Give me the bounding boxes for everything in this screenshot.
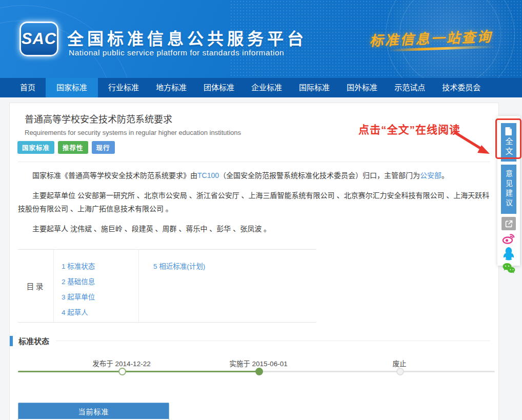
timeline-label-implemented: 实施于 2015-06-01 <box>229 358 287 368</box>
timeline-dot-published <box>118 368 126 375</box>
annotation-text: 点击“全文”在线阅读 <box>358 121 460 136</box>
tc100-link[interactable]: TC100 <box>197 171 219 179</box>
paragraph-drafting-units: 主要起草单位 公安部第一研究所 、北京市公安局 、浙江省公安厅 、上海三盾智能系… <box>18 189 490 215</box>
badge-current: 现行 <box>92 141 115 154</box>
toc-link-drafters[interactable]: 4 起草人 <box>62 307 138 317</box>
share-icon <box>505 219 513 228</box>
site-header: SAC 全国标准信息公共服务平台 National public service… <box>0 0 522 78</box>
timeline-dot-abolished <box>396 368 404 375</box>
toc-label: 目录 <box>18 250 54 322</box>
p1-text-middle: （全国安全防范报警系统标准化技术委员会）归口，主管部门为 <box>219 171 420 179</box>
timeline-label-published: 发布于 2014-12-22 <box>92 358 150 368</box>
badge-national-standard: 国家标准 <box>17 141 54 154</box>
title-divider <box>18 162 490 162</box>
feedback-button-label: 意见建议 <box>504 170 514 209</box>
nav-item-group-standards[interactable]: 团体标准 <box>197 78 241 97</box>
toc-link-basic-info[interactable]: 2 基础信息 <box>62 276 138 286</box>
nav-item-pilot-program[interactable]: 示范试点 <box>388 78 432 97</box>
wechat-icon <box>502 262 515 274</box>
toc-link-status[interactable]: 1 标准状态 <box>62 261 138 271</box>
weibo-icon <box>502 232 515 245</box>
badge-row: 国家标准 推荐性 现行 <box>17 141 490 154</box>
status-section-header: 标准状态 <box>10 335 490 346</box>
p1-text-after: 。 <box>441 171 449 179</box>
table-of-contents: 目录 1 标准状态 2 基础信息 3 起草单位 4 起草人 5 相近标准(计划) <box>18 249 316 323</box>
sac-logo-text: SAC <box>22 30 56 48</box>
paragraph-drafters: 主要起草人 沈伟斌 、施巨岭 、段建英 、周群 、蒋乐中 、彭华 、张凤波 。 <box>18 222 490 235</box>
nav-item-home[interactable]: 首页 <box>13 78 42 97</box>
toc-column-2: 5 相近标准(计划) <box>139 250 316 322</box>
share-button[interactable] <box>501 217 516 230</box>
dept-link[interactable]: 公安部 <box>420 171 441 179</box>
floating-sidebar: 全文 意见建议 <box>497 116 520 266</box>
main-nav: 首页 国家标准 行业标准 地方标准 团体标准 企业标准 国际标准 国外标准 示范… <box>0 78 522 97</box>
nav-item-national-standards[interactable]: 国家标准 <box>46 78 98 97</box>
feedback-button[interactable]: 意见建议 <box>501 165 516 214</box>
status-section-title: 标准状态 <box>18 335 49 346</box>
fulltext-button[interactable]: 全文 <box>501 123 516 162</box>
site-subtitle-en: National public service platform for sta… <box>69 48 284 57</box>
current-standard-card-header: 当前标准 <box>18 403 169 419</box>
p1-text-before: 国家标准《普通高等学校安全技术防范系统要求》由 <box>32 171 197 179</box>
weibo-share-button[interactable] <box>501 232 516 245</box>
fulltext-button-label: 全文 <box>504 137 514 157</box>
nav-item-enterprise-standards[interactable]: 企业标准 <box>245 78 289 97</box>
section-accent-bar <box>10 336 13 346</box>
toc-link-similar-standards[interactable]: 5 相近标准(计划) <box>153 261 316 271</box>
qq-share-button[interactable] <box>501 247 516 260</box>
nav-item-industry-standards[interactable]: 行业标准 <box>102 78 146 97</box>
qq-icon <box>503 247 515 261</box>
annotation-arrow-icon <box>454 129 497 160</box>
wechat-share-button[interactable] <box>501 262 516 275</box>
nav-item-foreign-standards[interactable]: 国外标准 <box>340 78 384 97</box>
toc-column-1: 1 标准状态 2 基础信息 3 起草单位 4 起草人 <box>54 250 139 322</box>
nav-item-international-standards[interactable]: 国际标准 <box>292 78 336 97</box>
document-icon <box>505 127 512 135</box>
timeline-progress <box>18 371 258 372</box>
content-panel: 普通高等学校安全技术防范系统要求 Requirements for securi… <box>9 103 499 420</box>
timeline-dot-implemented <box>255 368 263 375</box>
timeline-label-abolished: 废止 <box>393 358 407 368</box>
badge-recommended: 推荐性 <box>58 141 88 154</box>
toc-link-drafting-units[interactable]: 3 起草单位 <box>62 291 138 302</box>
site-title: 全国标准信息公共服务平台 <box>67 26 307 49</box>
sac-logo[interactable]: SAC <box>19 22 58 56</box>
nav-item-local-standards[interactable]: 地方标准 <box>149 78 193 97</box>
nav-item-technical-committee[interactable]: 技术委员会 <box>435 78 487 97</box>
section-header-line <box>56 341 490 341</box>
paragraph-overview: 国家标准《普通高等学校安全技术防范系统要求》由TC100（全国安全防范报警系统标… <box>18 169 490 182</box>
current-standard-card[interactable]: 当前标准 GB/T 31068-2014 现行 普通高等学校安全技术防范系统要求 <box>18 403 169 420</box>
status-timeline: 发布于 2014-12-22 实施于 2015-06-01 废止 <box>18 360 490 387</box>
